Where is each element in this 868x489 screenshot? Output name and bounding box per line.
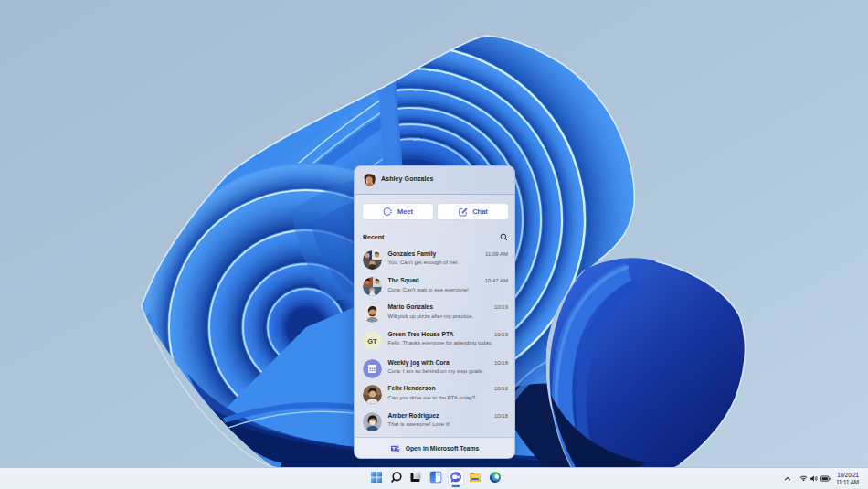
svg-text:GT: GT: [367, 336, 377, 345]
